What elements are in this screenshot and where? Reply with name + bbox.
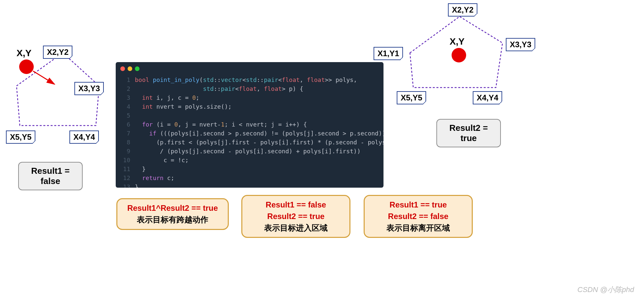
right-dot bbox=[452, 48, 466, 62]
watermark: CSDN @小陈phd bbox=[578, 285, 634, 295]
b1-desc: 表示目标有跨越动作 bbox=[125, 214, 221, 226]
result2-l2: true bbox=[442, 133, 496, 143]
b2-desc: 表示目标进入区域 bbox=[250, 222, 342, 234]
left-arrow bbox=[25, 64, 61, 91]
close-icon bbox=[120, 66, 125, 71]
code-editor: 1bool point_in_poly(std::vector<std::pai… bbox=[116, 62, 383, 188]
right-p2: X2,Y2 bbox=[448, 3, 477, 17]
b3-l1: Result1 == true bbox=[372, 199, 464, 211]
b1-title: Result1^Result2 == true bbox=[125, 203, 221, 214]
b3-desc: 表示目标离开区域 bbox=[372, 222, 464, 234]
result1-l2: false bbox=[23, 176, 77, 186]
result1-l1: Result1 = bbox=[23, 166, 77, 176]
right-p5: X5,Y5 bbox=[397, 91, 426, 104]
result2-box: Result2 = true bbox=[436, 119, 501, 147]
right-p3: X3,Y3 bbox=[506, 38, 535, 51]
result1-box: Result1 = false bbox=[18, 162, 83, 190]
maximize-icon bbox=[135, 66, 140, 71]
left-p4: X4,Y4 bbox=[69, 130, 99, 144]
right-p4: X4,Y4 bbox=[473, 91, 502, 104]
b2-l1: Result1 == false bbox=[250, 199, 342, 211]
result2-l1: Result2 = bbox=[442, 123, 496, 133]
bottom-box-3: Result1 == true Result2 == false 表示目标离开区… bbox=[364, 195, 473, 238]
svg-line-1 bbox=[33, 71, 55, 84]
minimize-icon bbox=[128, 66, 132, 71]
left-p2: X2,Y2 bbox=[43, 46, 72, 59]
b2-l2: Result2 == true bbox=[250, 211, 342, 222]
left-xy-label: X,Y bbox=[17, 48, 31, 58]
bottom-box-2: Result1 == false Result2 == true 表示目标进入区… bbox=[241, 195, 350, 238]
bottom-box-1: Result1^Result2 == true 表示目标有跨越动作 bbox=[116, 198, 229, 230]
code-body: 1bool point_in_poly(std::vector<std::pai… bbox=[116, 75, 383, 188]
right-p1: X1,Y1 bbox=[374, 47, 403, 60]
right-xy-label: X,Y bbox=[450, 36, 464, 47]
editor-header bbox=[116, 62, 383, 75]
left-p3: X3,Y3 bbox=[74, 82, 104, 95]
b3-l2: Result2 == false bbox=[372, 211, 464, 222]
left-p5: X5,Y5 bbox=[6, 130, 35, 144]
